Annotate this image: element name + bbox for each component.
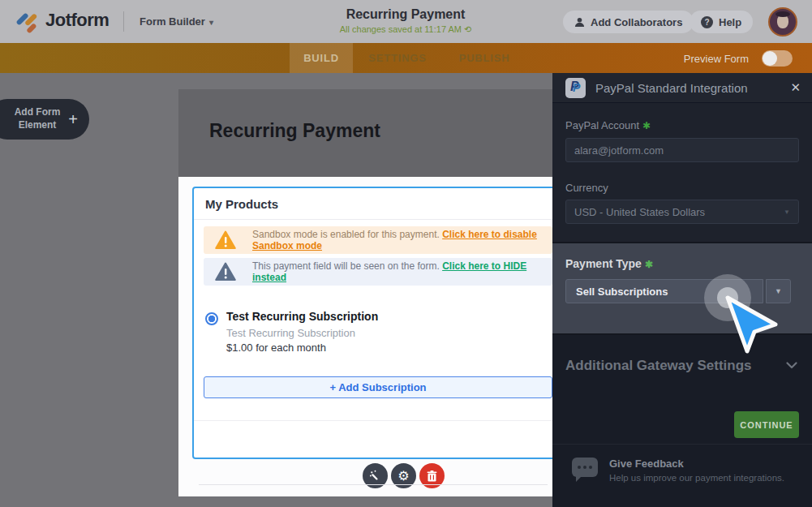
visibility-info-banner: This payment field will be seen on the f…	[204, 258, 552, 286]
sandbox-warning-banner: Sandbox mode is enabled for this payment…	[204, 226, 552, 254]
jotform-form-builder: Jotform Form Builder▾ Recurring Payment …	[0, 0, 812, 507]
panel-header: PP PayPal Standard Integration ✕	[552, 73, 812, 103]
payment-element-spotlight: My Products Sandbox mode is enabled for …	[178, 177, 552, 496]
paypal-settings-panel: PP PayPal Standard Integration ✕ PayPal …	[552, 73, 812, 507]
divider	[199, 484, 548, 485]
chevron-down-icon: ▾	[209, 18, 213, 27]
preview-form-toggle[interactable]	[762, 50, 793, 67]
form-heading[interactable]: Recurring Payment	[209, 120, 380, 142]
currency-select[interactable]: USD - United States Dollars ▼	[565, 200, 799, 224]
toggle-knob	[763, 51, 777, 66]
warning-icon	[215, 230, 236, 250]
subscription-price: $1.00 for each month	[226, 342, 326, 354]
revision-history-icon: ⟲	[464, 24, 471, 34]
preview-form-label: Preview Form	[684, 53, 749, 65]
subscription-radio[interactable]	[205, 312, 218, 325]
paypal-account-label: PayPal Account✱	[565, 119, 651, 131]
subscription-name: Test Recurring Subscription	[226, 310, 378, 323]
required-asterisk-icon: ✱	[645, 259, 653, 270]
save-status: All changes saved at 11:17 AM ⟲	[284, 24, 527, 35]
divider	[194, 420, 552, 421]
caret-down-icon: ▼	[784, 208, 790, 216]
caret-down-icon: ▼	[775, 287, 782, 295]
subscription-subtitle: Test Recurring Subscription	[226, 327, 355, 339]
payment-field-card[interactable]: My Products Sandbox mode is enabled for …	[192, 187, 552, 459]
wand-icon	[369, 470, 381, 482]
chevron-down-icon[interactable]	[786, 362, 797, 369]
payment-type-label: Payment Type✱	[565, 257, 653, 270]
paypal-icon: PP	[565, 78, 586, 98]
close-icon[interactable]: ✕	[790, 80, 801, 95]
person-icon	[574, 17, 585, 28]
jotform-logo-text[interactable]: Jotform	[45, 10, 109, 31]
form-title[interactable]: Recurring Payment	[284, 7, 527, 22]
panel-title: PayPal Standard Integration	[595, 81, 790, 95]
feedback-bubble-icon	[572, 458, 598, 477]
currency-label: Currency	[565, 182, 608, 194]
payment-type-section-highlight: Payment Type✱ Sell Subscriptions ▼	[552, 242, 812, 335]
payment-type-dropdown-button[interactable]: ▼	[766, 279, 791, 303]
trash-icon	[427, 470, 437, 482]
required-asterisk-icon: ✱	[642, 120, 651, 131]
builder-navbar: BUILD SETTINGS PUBLISH Preview Form	[0, 43, 812, 73]
product-menu[interactable]: Form Builder▾	[140, 15, 213, 28]
feedback-title: Give Feedback	[609, 458, 684, 470]
top-header: Jotform Form Builder▾ Recurring Payment …	[0, 0, 812, 43]
tab-build[interactable]: BUILD	[290, 43, 353, 73]
continue-button[interactable]: CONTINUE	[734, 411, 799, 438]
products-card-title: My Products	[205, 197, 278, 211]
header-divider	[123, 11, 124, 32]
jotform-logo-icon[interactable]	[14, 6, 44, 37]
tab-settings[interactable]: SETTINGS	[365, 43, 430, 73]
paypal-account-input[interactable]: alara@jotform.com	[565, 138, 799, 162]
question-icon: ?	[701, 16, 713, 28]
add-collaborators-button[interactable]: Add Collaborators	[563, 11, 694, 33]
add-subscription-button[interactable]: + Add Subscription	[204, 376, 552, 398]
gear-icon: ⚙	[397, 468, 409, 483]
tab-publish[interactable]: PUBLISH	[453, 43, 516, 73]
additional-gateway-settings[interactable]: Additional Gateway Settings	[565, 358, 752, 374]
add-form-element-button[interactable]: Add FormElement +	[0, 99, 89, 140]
divider	[194, 219, 552, 220]
feedback-subtitle: Help us improve our payment integrations…	[609, 473, 784, 483]
help-button[interactable]: ? Help	[690, 11, 753, 33]
plus-icon: +	[68, 110, 78, 129]
info-icon	[215, 262, 236, 281]
user-avatar[interactable]	[768, 7, 797, 37]
payment-type-select[interactable]: Sell Subscriptions	[565, 279, 763, 303]
panel-lower-section: Additional Gateway Settings CONTINUE Giv…	[552, 335, 812, 507]
feedback-section[interactable]: Give Feedback Help us improve our paymen…	[552, 444, 812, 507]
